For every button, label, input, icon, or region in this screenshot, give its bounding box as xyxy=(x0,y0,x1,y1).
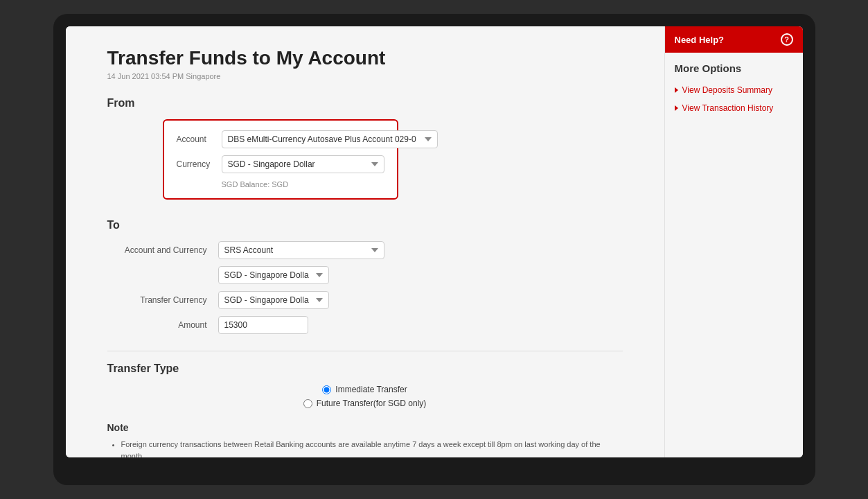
balance-text: SGD Balance: SGD xyxy=(222,180,384,189)
immediate-transfer-radio[interactable] xyxy=(322,385,331,394)
future-transfer-label: Future Transfer(for SGD only) xyxy=(317,399,427,408)
future-transfer-radio[interactable] xyxy=(303,399,312,408)
view-transaction-link[interactable]: View Transaction History xyxy=(665,99,803,117)
more-options-title: More Options xyxy=(665,53,803,81)
to-currency-row: SGD - Singapore Dollar xyxy=(107,266,623,284)
from-currency-select[interactable]: SGD - Singapore Dollar xyxy=(222,155,384,173)
sidebar: Need Help? ? More Options View Deposits … xyxy=(664,26,803,457)
page-subtitle: 14 Jun 2021 03:54 PM Singapore xyxy=(107,72,623,80)
chevron-right-icon-deposits xyxy=(675,87,678,93)
note-list: Foreign currency transactions between Re… xyxy=(107,439,623,457)
transfer-currency-row: Transfer Currency SGD - Singapore Dollar xyxy=(107,291,623,309)
transfer-type-label: Transfer Type xyxy=(107,362,623,375)
to-section: Account and Currency SRS Account SGD - S… xyxy=(107,241,623,334)
divider xyxy=(107,351,623,351)
account-label: Account xyxy=(177,134,222,144)
transfer-currency-label: Transfer Currency xyxy=(107,295,218,305)
help-icon[interactable]: ? xyxy=(781,33,793,46)
note-section: Note Foreign currency transactions betwe… xyxy=(107,422,623,457)
laptop-screen: Transfer Funds to My Account 14 Jun 2021… xyxy=(66,26,803,457)
from-section-label: From xyxy=(107,97,623,110)
transfer-type-options: Immediate Transfer Future Transfer(for S… xyxy=(107,385,623,408)
amount-label: Amount xyxy=(107,320,218,330)
from-box: Account DBS eMulti-Currency Autosave Plu… xyxy=(163,119,398,200)
account-select[interactable]: DBS eMulti-Currency Autosave Plus Accoun… xyxy=(222,130,438,148)
amount-input[interactable] xyxy=(218,316,308,334)
immediate-transfer-option[interactable]: Immediate Transfer xyxy=(322,385,407,394)
note-title: Note xyxy=(107,422,623,433)
account-currency-row: Account and Currency SRS Account xyxy=(107,241,623,259)
to-currency-select[interactable]: SGD - Singapore Dollar xyxy=(218,266,329,284)
currency-field-row: Currency SGD - Singapore Dollar xyxy=(177,155,384,173)
main-content: Transfer Funds to My Account 14 Jun 2021… xyxy=(66,26,664,457)
need-help-bar: Need Help? ? xyxy=(665,26,803,53)
amount-row: Amount xyxy=(107,316,623,334)
immediate-transfer-label: Immediate Transfer xyxy=(335,385,407,394)
need-help-text: Need Help? xyxy=(675,35,725,45)
currency-label: Currency xyxy=(177,159,222,169)
note-item-0: Foreign currency transactions between Re… xyxy=(121,439,623,457)
view-transaction-label: View Transaction History xyxy=(682,103,774,113)
account-field-row: Account DBS eMulti-Currency Autosave Plu… xyxy=(177,130,384,148)
transfer-currency-select[interactable]: SGD - Singapore Dollar xyxy=(218,291,329,309)
future-transfer-option[interactable]: Future Transfer(for SGD only) xyxy=(303,399,427,408)
view-deposits-link[interactable]: View Deposits Summary xyxy=(665,81,803,99)
view-deposits-label: View Deposits Summary xyxy=(682,85,773,95)
transfer-type-section: Transfer Type Immediate Transfer Future … xyxy=(107,362,623,408)
laptop-frame: Transfer Funds to My Account 14 Jun 2021… xyxy=(53,14,815,485)
account-currency-select[interactable]: SRS Account xyxy=(218,241,384,259)
chevron-right-icon-transaction xyxy=(675,105,678,111)
account-currency-label: Account and Currency xyxy=(107,245,218,255)
page-title: Transfer Funds to My Account xyxy=(107,47,623,69)
to-section-label: To xyxy=(107,219,623,231)
